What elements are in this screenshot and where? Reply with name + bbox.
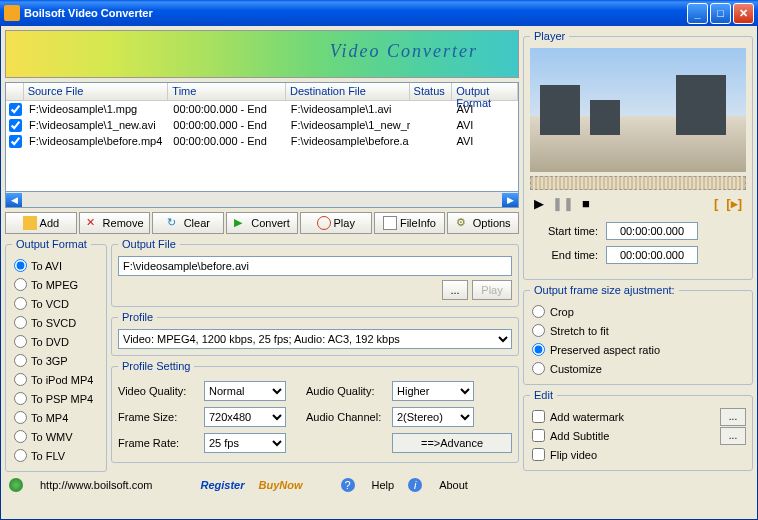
window-title: Boilsoft Video Converter — [24, 7, 153, 19]
subtitle-options-button[interactable]: ... — [720, 427, 746, 445]
format-option[interactable]: To DVD — [12, 332, 100, 351]
format-option[interactable]: To 3GP — [12, 351, 100, 370]
convert-button[interactable]: ▶Convert — [226, 212, 298, 234]
video-quality-label: Video Quality: — [118, 385, 198, 397]
subtitle-checkbox[interactable]: Add Subtitle — [530, 426, 611, 445]
video-quality-select[interactable]: Normal — [204, 381, 286, 401]
horizontal-scrollbar[interactable]: ◀ ▶ — [5, 192, 519, 208]
audio-channel-select[interactable]: 2(Stereo) — [392, 407, 474, 427]
scroll-right-icon[interactable]: ▶ — [502, 193, 518, 207]
minimize-button[interactable]: _ — [687, 3, 708, 24]
row-checkbox[interactable] — [9, 135, 22, 148]
play-icon: ▶ — [234, 216, 248, 230]
output-format-legend: Output Format — [12, 238, 91, 250]
video-preview — [530, 48, 746, 172]
row-checkbox[interactable] — [9, 119, 22, 132]
about-link[interactable]: About — [439, 479, 468, 491]
audio-channel-label: Audio Channel: — [306, 411, 386, 423]
end-time-label: End time: — [532, 249, 598, 261]
adjust-option[interactable]: Crop — [530, 302, 746, 321]
player-legend: Player — [530, 30, 569, 42]
table-row[interactable]: F:\videosample\1_new.avi00:00:00.000 - E… — [6, 117, 518, 133]
format-option[interactable]: To MPEG — [12, 275, 100, 294]
register-link[interactable]: Register — [201, 479, 245, 491]
help-icon: ? — [341, 478, 355, 492]
audio-quality-select[interactable]: Higher — [392, 381, 474, 401]
audio-quality-label: Audio Quality: — [306, 385, 386, 397]
frame-size-adjust-group: Output frame size ajustment: CropStretch… — [523, 284, 753, 385]
player-group: Player ▶ ❚❚ ■ [ [▸] Start time:00:00:00.… — [523, 30, 753, 280]
globe-icon — [9, 478, 23, 492]
clear-button[interactable]: ↻Clear — [152, 212, 224, 234]
maximize-button[interactable]: □ — [710, 3, 731, 24]
buynow-link[interactable]: BuyNow — [259, 479, 303, 491]
format-option[interactable]: To VCD — [12, 294, 100, 313]
format-option[interactable]: To SVCD — [12, 313, 100, 332]
row-checkbox[interactable] — [9, 103, 22, 116]
format-option[interactable]: To FLV — [12, 446, 100, 465]
mark-in-icon[interactable]: [ — [714, 196, 718, 211]
watermark-options-button[interactable]: ... — [720, 408, 746, 426]
table-row[interactable]: F:\videosample\1.mpg00:00:00.000 - EndF:… — [6, 101, 518, 117]
col-source[interactable]: Source File — [24, 83, 169, 100]
x-icon: ✕ — [86, 216, 100, 230]
format-option[interactable]: To MP4 — [12, 408, 100, 427]
output-format-group: Output Format To AVITo MPEGTo VCDTo SVCD… — [5, 238, 107, 472]
player-pause-icon[interactable]: ❚❚ — [552, 196, 574, 211]
mark-out-icon[interactable]: [▸] — [726, 196, 742, 211]
adjust-option[interactable]: Stretch to fit — [530, 321, 746, 340]
player-stop-icon[interactable]: ■ — [582, 196, 590, 211]
disc-icon — [317, 216, 331, 230]
remove-button[interactable]: ✕Remove — [79, 212, 151, 234]
col-dest[interactable]: Destination File — [286, 83, 410, 100]
help-link[interactable]: Help — [372, 479, 395, 491]
advance-button[interactable]: ==>Advance — [392, 433, 512, 453]
folder-icon — [23, 216, 37, 230]
start-time-value[interactable]: 00:00:00.000 — [606, 222, 698, 240]
options-button[interactable]: ⚙Options — [447, 212, 519, 234]
format-option[interactable]: To PSP MP4 — [12, 389, 100, 408]
player-controls: ▶ ❚❚ ■ [ [▸] — [530, 194, 746, 213]
file-list: Source File Time Destination File Status… — [5, 82, 519, 192]
close-button[interactable]: ✕ — [733, 3, 754, 24]
website-link[interactable]: http://www.boilsoft.com — [40, 479, 153, 491]
banner: Video Converter — [5, 30, 519, 78]
browse-button[interactable]: ... — [442, 280, 468, 300]
format-option[interactable]: To iPod MP4 — [12, 370, 100, 389]
end-time-value[interactable]: 00:00:00.000 — [606, 246, 698, 264]
col-time[interactable]: Time — [168, 83, 286, 100]
frame-rate-label: Frame Rate: — [118, 437, 198, 449]
app-icon — [4, 5, 20, 21]
profile-legend: Profile — [118, 311, 157, 323]
fileinfo-button[interactable]: FileInfo — [374, 212, 446, 234]
format-option[interactable]: To WMV — [12, 427, 100, 446]
file-list-header: Source File Time Destination File Status… — [6, 83, 518, 101]
edit-group: Edit Add watermark... Add Subtitle... Fl… — [523, 389, 753, 471]
player-play-icon[interactable]: ▶ — [534, 196, 544, 211]
add-button[interactable]: Add — [5, 212, 77, 234]
output-file-input[interactable] — [118, 256, 512, 276]
col-status[interactable]: Status — [410, 83, 453, 100]
watermark-checkbox[interactable]: Add watermark — [530, 407, 626, 426]
flip-checkbox[interactable]: Flip video — [530, 445, 599, 464]
format-option[interactable]: To AVI — [12, 256, 100, 275]
toolbar: Add ✕Remove ↻Clear ▶Convert Play FileInf… — [1, 208, 523, 238]
seek-bar[interactable] — [530, 176, 746, 190]
play-output-button[interactable]: Play — [472, 280, 512, 300]
edit-legend: Edit — [530, 389, 557, 401]
frame-size-select[interactable]: 720x480 — [204, 407, 286, 427]
scroll-left-icon[interactable]: ◀ — [6, 193, 22, 207]
col-format[interactable]: Output Format — [452, 83, 518, 100]
start-time-label: Start time: — [532, 225, 598, 237]
table-row[interactable]: F:\videosample\before.mp400:00:00.000 - … — [6, 133, 518, 149]
adjust-option[interactable]: Preserved aspect ratio — [530, 340, 746, 359]
refresh-icon: ↻ — [167, 216, 181, 230]
gear-icon: ⚙ — [456, 216, 470, 230]
play-button[interactable]: Play — [300, 212, 372, 234]
doc-icon — [383, 216, 397, 230]
banner-text: Video Converter — [330, 41, 478, 62]
profile-select[interactable]: Video: MPEG4, 1200 kbps, 25 fps; Audio: … — [118, 329, 512, 349]
title-bar: Boilsoft Video Converter _ □ ✕ — [0, 0, 758, 26]
adjust-option[interactable]: Customize — [530, 359, 746, 378]
frame-rate-select[interactable]: 25 fps — [204, 433, 286, 453]
